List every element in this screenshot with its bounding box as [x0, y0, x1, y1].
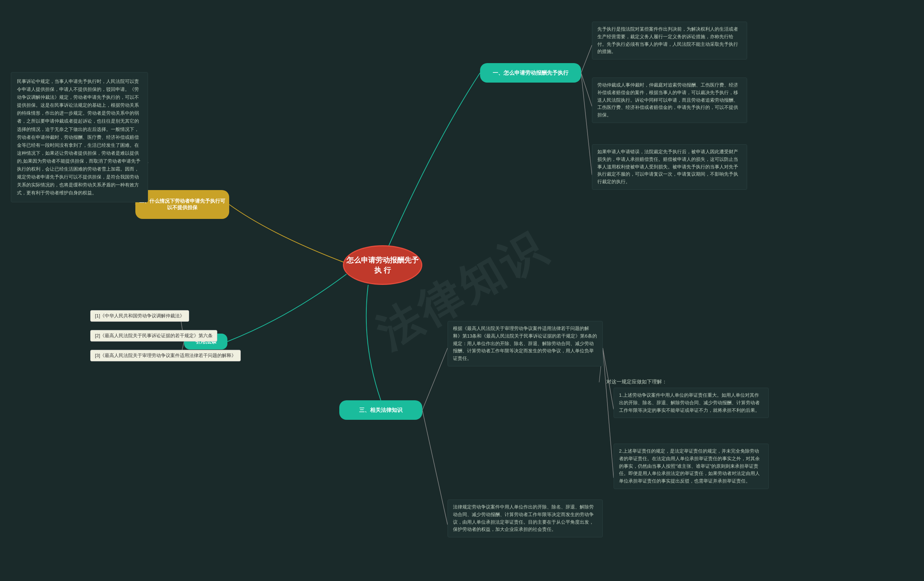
understanding-label: 对这一规定应做如下理解： — [606, 379, 667, 385]
citation-2[interactable]: [2]《最高人民法院关于民事诉讼证据的若干规定》第六条 — [90, 330, 217, 342]
svg-line-7 — [422, 348, 447, 410]
citation-2-label: [2]《最高人民法院关于民事诉讼证据的若干规定》第六条 — [95, 333, 213, 338]
citation-3[interactable]: [3]《最高人民法院关于审理劳动争议案件适用法律若干问题的解释》 — [90, 350, 241, 361]
leaf-3-2a: 1.上述劳动争议案件中用人单位的举证责任重大。如用人单位对其作出的开除、除名、辞… — [614, 388, 769, 418]
leaf-1-3-text: 如果申请人申请错误，法院裁定先予执行后，被申请人因此遭受财产损失的，申请人承担赔… — [597, 149, 738, 184]
citation-1[interactable]: [1]《中华人民共和国劳动争议调解仲裁法》 — [90, 310, 189, 322]
central-node: 怎么申请劳动报酬先予执 行 — [343, 245, 422, 285]
leaf-3-2b-text: 2.上述举证责任的规定，是法定举证责任的规定，并未完全免除劳动者的举证责任。在法… — [619, 448, 760, 484]
leaf-1-1-text: 先予执行是指法院对某些案件作出判决前，为解决权利人的生活或者生产经营需要，裁定义… — [597, 26, 738, 54]
left-main-text: 民事诉讼中规定，当事人申请先予执行时，人民法院可以责令申请人提供担保，申请人不提… — [17, 79, 140, 196]
understanding-label-text: 对这一规定应做如下理解： — [606, 379, 667, 384]
leaf-3-2b: 2.上述举证责任的规定，是法定举证责任的规定，并未完全免除劳动者的举证责任。在法… — [614, 444, 769, 489]
leaf-4-1: 法律规定劳动争议案件中用人单位作出的开除、除名、辞退、解除劳动合同、减少劳动报酬… — [447, 499, 603, 537]
leaf-1-3: 如果申请人申请错误，法院裁定先予执行后，被申请人因此遭受财产损失的，申请人承担赔… — [592, 144, 747, 190]
branch-4[interactable]: 三、相关法律知识 — [339, 400, 422, 420]
leaf-1-1: 先予执行是指法院对某些案件作出判决前，为解决权利人的生活或者生产经营需要，裁定义… — [592, 21, 747, 59]
left-main-box: 民事诉讼中规定，当事人申请先予执行时，人民法院可以责令申请人提供担保，申请人不提… — [11, 72, 148, 202]
leaf-1-2: 劳动仲裁或人事仲裁时，仲裁庭对追索劳动报酬、工伤医疗费、经济补偿或者赔偿金的案件… — [592, 77, 747, 123]
leaf-1-2-text: 劳动仲裁或人事仲裁时，仲裁庭对追索劳动报酬、工伤医疗费、经济补偿或者赔偿金的案件… — [597, 82, 738, 118]
svg-line-10 — [603, 348, 614, 478]
svg-line-8 — [422, 410, 447, 525]
leaf-3-2a-text: 1.上述劳动争议案件中用人单位的举证责任重大。如用人单位对其作出的开除、除名、辞… — [619, 392, 760, 413]
branch-1-label: 一、怎么申请劳动报酬先予执行 — [493, 69, 568, 76]
branch-4-label: 三、相关法律知识 — [359, 407, 403, 414]
branch-1[interactable]: 一、怎么申请劳动报酬先予执行 — [480, 63, 581, 82]
leaf-4-1-text: 法律规定劳动争议案件中用人单位作出的开除、除名、辞退、解除劳动合同、减少劳动报酬… — [453, 504, 594, 532]
citation-3-label: [3]《最高人民法院关于审理劳动争议案件适用法律若干问题的解释》 — [95, 353, 236, 358]
svg-line-0 — [581, 45, 592, 73]
branch-2[interactable]: 二、什么情况下劳动者申请先予执行可以不提供担保 — [135, 190, 229, 219]
leaf-3-1: 根据《最高人民法院关于审理劳动争议案件适用法律若干问题的解释》第13条和《最高人… — [447, 321, 603, 366]
svg-line-1 — [581, 73, 592, 106]
leaf-3-1-text: 根据《最高人民法院关于审理劳动争议案件适用法律若干问题的解释》第13条和《最高人… — [453, 326, 597, 361]
citation-1-label: [1]《中华人民共和国劳动争议调解仲裁法》 — [95, 313, 185, 318]
branch-2-label: 二、什么情况下劳动者申请先予执行可以不提供担保 — [138, 198, 226, 211]
central-title: 怎么申请劳动报酬先予执 行 — [344, 255, 421, 275]
svg-line-2 — [581, 73, 592, 175]
